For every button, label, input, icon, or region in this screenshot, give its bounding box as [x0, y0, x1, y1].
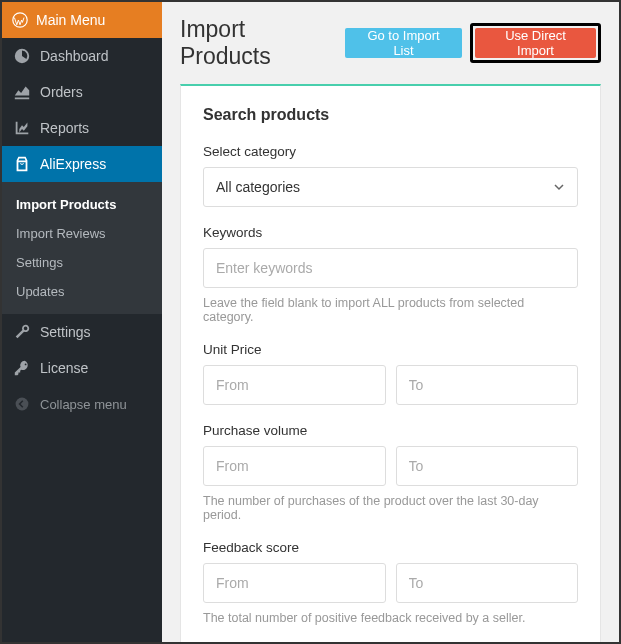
sidebar-item-dashboard[interactable]: Dashboard: [2, 38, 162, 74]
main-content: Import Products Go to Import List Use Di…: [162, 2, 619, 642]
wrench-icon: [12, 323, 32, 341]
feedback-score-from-input[interactable]: [203, 563, 386, 603]
use-direct-import-button[interactable]: Use Direct Import: [475, 28, 596, 58]
go-to-import-list-button[interactable]: Go to Import List: [345, 28, 462, 58]
category-value: All categories: [216, 179, 300, 195]
feedback-score-label: Feedback score: [203, 540, 578, 555]
page-header: Import Products Go to Import List Use Di…: [180, 16, 601, 70]
keywords-hint: Leave the field blank to import ALL prod…: [203, 296, 578, 324]
highlight-box: Use Direct Import: [470, 23, 601, 63]
dashboard-icon: [12, 47, 32, 65]
collapse-label: Collapse menu: [40, 397, 127, 412]
field-keywords: Keywords Leave the field blank to import…: [203, 225, 578, 324]
submenu-import-reviews[interactable]: Import Reviews: [2, 219, 162, 248]
key-icon: [12, 359, 32, 377]
sidebar-item-label: Dashboard: [40, 48, 109, 64]
field-unit-price: Unit Price: [203, 342, 578, 405]
unit-price-label: Unit Price: [203, 342, 578, 357]
chevron-down-icon: [553, 181, 565, 193]
field-feedback-score: Feedback score The total number of posit…: [203, 540, 578, 625]
sidebar-item-reports[interactable]: Reports: [2, 110, 162, 146]
collapse-arrow-icon: [12, 396, 32, 412]
chart-area-icon: [12, 83, 32, 101]
shopping-bag-icon: [12, 155, 32, 173]
purchase-volume-from-input[interactable]: [203, 446, 386, 486]
sidebar-submenu: Import Products Import Reviews Settings …: [2, 182, 162, 314]
panel-title: Search products: [203, 106, 578, 124]
keywords-input[interactable]: [203, 248, 578, 288]
field-category: Select category All categories: [203, 144, 578, 207]
sidebar-item-label: AliExpress: [40, 156, 106, 172]
feedback-score-hint: The total number of positive feedback re…: [203, 611, 578, 625]
svg-point-1: [16, 398, 29, 411]
sidebar-item-settings[interactable]: Settings: [2, 314, 162, 350]
collapse-menu[interactable]: Collapse menu: [2, 386, 162, 422]
search-panel: Search products Select category All cate…: [180, 84, 601, 642]
sidebar-item-license[interactable]: License: [2, 350, 162, 386]
submenu-settings[interactable]: Settings: [2, 248, 162, 277]
sidebar-item-label: License: [40, 360, 88, 376]
main-menu-header: Main Menu: [2, 2, 162, 38]
sidebar-item-orders[interactable]: Orders: [2, 74, 162, 110]
submenu-updates[interactable]: Updates: [2, 277, 162, 306]
chart-line-icon: [12, 119, 32, 137]
category-select[interactable]: All categories: [203, 167, 578, 207]
purchase-volume-label: Purchase volume: [203, 423, 578, 438]
sidebar-item-label: Settings: [40, 324, 91, 340]
wordpress-logo-icon: [12, 12, 28, 28]
feedback-score-to-input[interactable]: [396, 563, 579, 603]
category-label: Select category: [203, 144, 578, 159]
sidebar-item-label: Reports: [40, 120, 89, 136]
field-purchase-volume: Purchase volume The number of purchases …: [203, 423, 578, 522]
purchase-volume-hint: The number of purchases of the product o…: [203, 494, 578, 522]
sidebar-item-aliexpress[interactable]: AliExpress: [2, 146, 162, 182]
page-title: Import Products: [180, 16, 337, 70]
sidebar-item-label: Orders: [40, 84, 83, 100]
submenu-import-products[interactable]: Import Products: [2, 190, 162, 219]
purchase-volume-to-input[interactable]: [396, 446, 579, 486]
keywords-label: Keywords: [203, 225, 578, 240]
unit-price-to-input[interactable]: [396, 365, 579, 405]
main-menu-label: Main Menu: [36, 12, 105, 28]
unit-price-from-input[interactable]: [203, 365, 386, 405]
sidebar: Main Menu Dashboard Orders Reports AliEx: [2, 2, 162, 642]
